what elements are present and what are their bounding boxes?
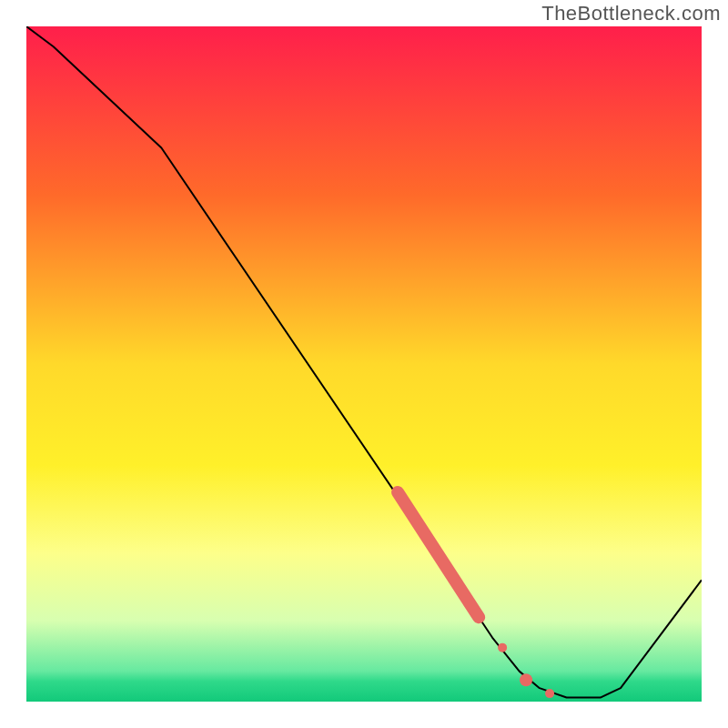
highlight-point-1 [520,673,532,686]
watermark-text: TheBottleneck.com [541,2,721,25]
highlight-point-2 [545,689,554,698]
plot-area [26,26,702,702]
chart-stage: TheBottleneck.com [0,0,728,728]
chart-svg [26,26,702,702]
highlight-point-0 [498,643,507,652]
gradient-background [26,26,702,702]
